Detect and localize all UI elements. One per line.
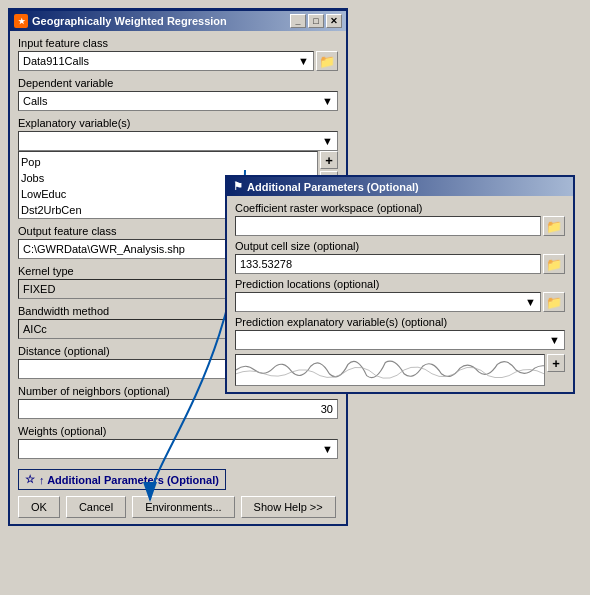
additional-params-bottom-label[interactable]: ☆ ↑ Additional Parameters (Optional) <box>18 469 226 490</box>
input-feature-class-folder-button[interactable]: 📁 <box>316 51 338 71</box>
popup-title-icon: ⚑ <box>233 180 243 193</box>
prediction-locations-row: ▼ 📁 <box>235 292 565 312</box>
weights-arrow-icon: ▼ <box>322 443 333 455</box>
window-title: Geographically Weighted Regression <box>32 15 227 27</box>
additional-parameters-popup: ⚑ Additional Parameters (Optional) Coeff… <box>225 175 575 394</box>
dependent-variable-arrow-icon: ▼ <box>322 95 333 107</box>
input-feature-class-dropdown[interactable]: Data911Calls ▼ <box>18 51 314 71</box>
waveform-row: + <box>235 354 565 386</box>
environments-button[interactable]: Environments... <box>132 496 234 518</box>
add-variable-button[interactable]: + <box>320 151 338 169</box>
number-of-neighbors-row: 30 <box>18 399 338 419</box>
waveform-svg <box>236 355 544 385</box>
weights-dropdown[interactable]: ▼ <box>18 439 338 459</box>
input-feature-class-row: Data911Calls ▼ 📁 <box>18 51 338 71</box>
weights-label: Weights (optional) <box>18 425 338 437</box>
prediction-locations-label: Prediction locations (optional) <box>235 278 565 290</box>
waveform-display <box>235 354 545 386</box>
title-bar-left: ★ Geographically Weighted Regression <box>14 14 227 28</box>
title-bar: ★ Geographically Weighted Regression _ □… <box>10 11 346 31</box>
explanatory-variable-input[interactable]: ▼ <box>18 131 338 151</box>
list-item: Pop <box>21 154 315 170</box>
button-row: OK Cancel Environments... Show Help >> <box>18 496 338 518</box>
dependent-variable-value: Calls <box>23 95 47 107</box>
prediction-locations-folder-button[interactable]: 📁 <box>543 292 565 312</box>
input-feature-class-label: Input feature class <box>18 37 338 49</box>
explanatory-variables-label: Explanatory variable(s) <box>18 117 338 129</box>
additional-params-arrow-icon: ☆ <box>25 473 35 486</box>
prediction-explanatory-arrow-icon: ▼ <box>549 334 560 346</box>
output-cell-size-folder-button[interactable]: 📁 <box>543 254 565 274</box>
output-cell-size-input[interactable]: 133.53278 <box>235 254 541 274</box>
explanatory-variable-arrow-icon: ▼ <box>322 135 333 147</box>
bottom-section: ☆ ↑ Additional Parameters (Optional) OK … <box>10 465 346 524</box>
dropdown-arrow-icon: ▼ <box>298 55 309 67</box>
minimize-button[interactable]: _ <box>290 14 306 28</box>
cancel-button[interactable]: Cancel <box>66 496 126 518</box>
input-feature-class-value: Data911Calls <box>23 55 89 67</box>
prediction-explanatory-label: Prediction explanatory variable(s) (opti… <box>235 316 565 328</box>
maximize-button[interactable]: □ <box>308 14 324 28</box>
coefficient-raster-row: 📁 <box>235 216 565 236</box>
popup-title: Additional Parameters (Optional) <box>247 181 419 193</box>
add-prediction-button[interactable]: + <box>547 354 565 372</box>
dependent-variable-dropdown[interactable]: Calls ▼ <box>18 91 338 111</box>
output-cell-size-row: 133.53278 📁 <box>235 254 565 274</box>
dependent-variable-row: Calls ▼ <box>18 91 338 111</box>
coefficient-raster-folder-button[interactable]: 📁 <box>543 216 565 236</box>
popup-content: Coefficient raster workspace (optional) … <box>227 196 573 392</box>
close-button[interactable]: ✕ <box>326 14 342 28</box>
number-of-neighbors-input[interactable]: 30 <box>18 399 338 419</box>
output-cell-size-value: 133.53278 <box>240 258 292 270</box>
app-icon: ★ <box>14 14 28 28</box>
dependent-variable-label: Dependent variable <box>18 77 338 89</box>
prediction-locations-arrow-icon: ▼ <box>525 296 536 308</box>
explanatory-variable-input-row: ▼ <box>18 131 338 151</box>
ok-button[interactable]: OK <box>18 496 60 518</box>
output-cell-size-label: Output cell size (optional) <box>235 240 565 252</box>
title-controls: _ □ ✕ <box>290 14 342 28</box>
prediction-explanatory-input-row: ▼ <box>235 330 565 350</box>
number-of-neighbors-value: 30 <box>321 403 333 415</box>
coefficient-raster-label: Coefficient raster workspace (optional) <box>235 202 565 214</box>
popup-title-bar: ⚑ Additional Parameters (Optional) <box>227 177 573 196</box>
weights-row: ▼ <box>18 439 338 459</box>
prediction-explanatory-dropdown[interactable]: ▼ <box>235 330 565 350</box>
show-help-button[interactable]: Show Help >> <box>241 496 336 518</box>
output-feature-class-value: C:\GWRData\GWR_Analysis.shp <box>23 243 185 255</box>
coefficient-raster-input[interactable] <box>235 216 541 236</box>
prediction-locations-dropdown[interactable]: ▼ <box>235 292 541 312</box>
